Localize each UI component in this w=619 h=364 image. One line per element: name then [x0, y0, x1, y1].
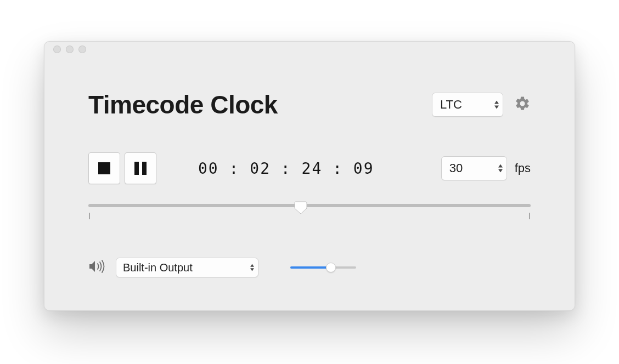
audio-row: Built-in Output: [88, 258, 531, 277]
timeline-tick-start: [89, 213, 90, 219]
transport-row: 00 : 02 : 24 : 09 30 fps: [88, 152, 531, 184]
timeline-ticks: [88, 213, 531, 219]
stepper-arrows-icon: [498, 164, 503, 173]
stop-icon: [98, 162, 110, 174]
zoom-window-button[interactable]: [78, 46, 86, 53]
volume-slider[interactable]: [290, 266, 356, 269]
timeline-slider[interactable]: [88, 204, 531, 207]
fps-select-value: 30: [449, 161, 463, 175]
fps-select[interactable]: 30: [441, 156, 507, 180]
header-row: Timecode Clock LTC: [88, 90, 531, 120]
timeline-area: [88, 204, 531, 219]
titlebar: [44, 42, 575, 57]
content-area: Timecode Clock LTC: [44, 57, 575, 310]
stepper-arrows-icon: [250, 264, 255, 271]
fps-label: fps: [515, 161, 531, 175]
volume-area: [290, 266, 356, 269]
fps-area: 30 fps: [441, 156, 531, 180]
volume-fill: [290, 266, 331, 269]
audio-output-select[interactable]: Built-in Output: [116, 258, 258, 277]
pause-button[interactable]: [125, 152, 156, 184]
timeline-thumb[interactable]: [294, 201, 308, 217]
mode-select-value: LTC: [440, 98, 462, 112]
mode-select[interactable]: LTC: [432, 93, 503, 117]
audio-output-value: Built-in Output: [123, 261, 193, 274]
stepper-arrows-icon: [494, 101, 499, 109]
speaker-icon: [88, 259, 106, 276]
minimize-window-button[interactable]: [66, 46, 74, 53]
timeline-tick-end: [529, 213, 530, 219]
app-window: Timecode Clock LTC: [44, 41, 575, 311]
pause-icon: [134, 162, 147, 175]
stop-button[interactable]: [88, 152, 120, 184]
app-title: Timecode Clock: [88, 90, 278, 120]
timecode-display: 00 : 02 : 24 : 09: [198, 160, 441, 178]
header-controls: LTC: [432, 93, 531, 117]
close-window-button[interactable]: [53, 46, 61, 53]
settings-button[interactable]: [514, 95, 531, 114]
transport-buttons: [88, 152, 156, 184]
volume-thumb[interactable]: [326, 263, 336, 272]
